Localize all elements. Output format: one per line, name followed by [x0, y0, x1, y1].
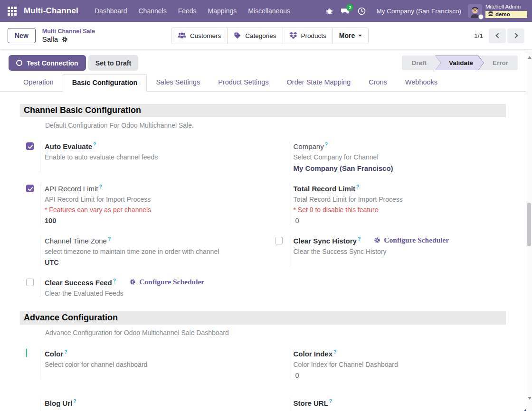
- breadcrumb-parent[interactable]: Multi Channel Sale: [42, 28, 95, 35]
- configure-scheduler-link[interactable]: Configure Scheduler: [374, 236, 449, 244]
- message-count-badge: 2: [346, 4, 353, 11]
- scroll-up-arrow-icon[interactable]: [528, 54, 532, 59]
- tab-order-state-mapping[interactable]: Order State Mapping: [278, 74, 360, 91]
- company-switcher[interactable]: My Company (San Francisco): [373, 8, 468, 15]
- field-label: Company?: [294, 141, 506, 150]
- help-icon: ?: [108, 236, 111, 242]
- record-title: Salla: [42, 35, 58, 43]
- menu-channels[interactable]: Channels: [133, 1, 172, 21]
- presence-indicator: [478, 14, 484, 19]
- clear-success-feed-checkbox[interactable]: [26, 279, 34, 286]
- clear-sync-history-checkbox[interactable]: [275, 237, 283, 244]
- statusbar: Draft Validate Error: [402, 56, 518, 70]
- field-label: Clear Sync History?Configure Scheduler: [294, 236, 506, 245]
- help-icon: ?: [333, 349, 336, 355]
- api-record-limit-value[interactable]: 100: [45, 217, 257, 224]
- record-actions-gear-icon[interactable]: [61, 36, 68, 43]
- field-label: Store URL?: [294, 398, 506, 407]
- section-title-advance: Advance Configuration: [20, 311, 506, 325]
- breadcrumb: Multi Channel Sale Salla: [42, 28, 95, 43]
- debug-bug-icon[interactable]: [322, 4, 336, 18]
- more-button[interactable]: More: [332, 28, 369, 44]
- auto-evaluate-checkbox[interactable]: [26, 142, 34, 150]
- field-help-text: Select Company for Channel: [294, 153, 506, 161]
- tab-crons[interactable]: Crons: [360, 74, 396, 91]
- field-label: Total Record Limit?: [294, 184, 506, 193]
- menu-feeds[interactable]: Feeds: [172, 1, 202, 21]
- apps-grid-icon[interactable]: [4, 3, 20, 19]
- main-menu: Dashboard Channels Feeds Mappings Miscel…: [89, 1, 296, 21]
- odoo-window: Multi-Channel Dashboard Channels Feeds M…: [0, 0, 532, 411]
- field-label: Clear Success Feed?Configure Scheduler: [45, 278, 257, 287]
- menu-miscellaneous[interactable]: Miscellaneous: [242, 1, 296, 21]
- users-icon: [178, 32, 186, 39]
- connection-ring-icon: [16, 60, 22, 66]
- field-total-record-limit: Total Record Limit? Total Record Limit f…: [275, 184, 506, 224]
- field-blog-url: Blog Url? Blog Url for Channel https://w…: [26, 398, 257, 411]
- field-help-text: Select color for channel dashboard: [45, 361, 257, 368]
- user-name: Mitchell Admin: [485, 4, 521, 10]
- customers-button-label: Customers: [190, 32, 221, 39]
- help-icon: ?: [329, 398, 332, 404]
- form-sheet: Channel Basic Configuration Default Conf…: [0, 92, 532, 411]
- color-picker-circle[interactable]: [26, 348, 27, 357]
- field-help-text: Clear the Evaluated Feeds: [45, 290, 257, 297]
- chevron-down-icon: [358, 35, 362, 38]
- menu-dashboard[interactable]: Dashboard: [89, 1, 133, 21]
- navbar-icons: 2: [322, 4, 369, 18]
- advance-fields-grid: Color? Select color for channel dashboar…: [20, 349, 506, 411]
- tab-webhooks[interactable]: Webhooks: [396, 74, 446, 91]
- company-value[interactable]: My Company (San Francisco): [294, 164, 506, 172]
- messages-icon[interactable]: 2: [338, 4, 352, 18]
- menu-mappings[interactable]: Mappings: [202, 1, 243, 21]
- set-to-draft-button[interactable]: Set to Draft: [88, 55, 138, 71]
- customers-button[interactable]: Customers: [171, 28, 228, 44]
- status-validate-active[interactable]: Validate: [435, 56, 484, 70]
- field-warning-text: * Set 0 to disable this feature: [294, 206, 506, 214]
- vertical-scrollbar[interactable]: [526, 50, 532, 411]
- database-name: demo: [495, 11, 510, 17]
- field-clear-success-feed: Clear Success Feed?Configure Scheduler C…: [26, 278, 257, 297]
- field-channel-time-zone: Channel Time Zone? select timezone to ma…: [26, 236, 257, 266]
- scroll-down-arrow-icon[interactable]: [528, 397, 532, 402]
- user-info: Mitchell Admin demo: [485, 4, 527, 18]
- help-icon: ?: [73, 398, 76, 404]
- help-icon: ?: [356, 184, 359, 189]
- field-label: Blog Url?: [45, 398, 257, 407]
- field-help-text: Enable to auto evaluate channel feeds: [45, 153, 257, 161]
- color-index-input[interactable]: 0: [294, 372, 506, 379]
- field-label: Color Index?: [294, 349, 506, 358]
- smart-buttons: Customers Categories Products: [171, 28, 369, 44]
- user-menu[interactable]: Mitchell Admin demo: [468, 4, 527, 18]
- breadcrumb-current: Salla: [42, 35, 95, 43]
- categories-button[interactable]: Categories: [227, 28, 283, 44]
- pager-value: 1/1: [474, 32, 483, 39]
- total-record-limit-input[interactable]: 0: [294, 217, 506, 224]
- pager-previous-button[interactable]: [489, 28, 506, 43]
- tab-basic-configuration[interactable]: Basic Configuration: [63, 74, 147, 92]
- configure-scheduler-link[interactable]: Configure Scheduler: [129, 278, 204, 286]
- empty-cell: [275, 278, 506, 297]
- field-label: Channel Time Zone?: [45, 236, 257, 245]
- tab-product-settings[interactable]: Product Settings: [209, 74, 277, 91]
- test-connection-button[interactable]: Test Connection: [9, 55, 86, 71]
- field-help-text: API Record Limit for Import Process: [45, 196, 257, 203]
- help-icon: ?: [93, 141, 96, 147]
- new-button[interactable]: New: [8, 28, 36, 43]
- api-record-limit-checkbox[interactable]: [26, 185, 34, 192]
- tab-sales-settings[interactable]: Sales Settings: [147, 74, 209, 91]
- products-button[interactable]: Products: [283, 28, 333, 44]
- chevron-left-icon: [495, 33, 501, 38]
- tab-operation[interactable]: Operation: [14, 74, 63, 91]
- chevron-right-icon: [513, 33, 518, 38]
- notebook-tabs: Operation Basic Configuration Sales Sett…: [0, 74, 532, 92]
- status-draft[interactable]: Draft: [403, 56, 435, 70]
- activities-clock-icon[interactable]: [354, 4, 369, 18]
- channel-time-zone-value[interactable]: UTC: [45, 259, 257, 266]
- scrollbar-thumb[interactable]: [527, 203, 531, 246]
- status-error[interactable]: Error: [484, 56, 517, 70]
- pager-next-button[interactable]: [507, 28, 524, 43]
- database-badge: demo: [485, 11, 527, 18]
- help-icon: ?: [113, 278, 116, 283]
- gear-icon: [374, 237, 380, 243]
